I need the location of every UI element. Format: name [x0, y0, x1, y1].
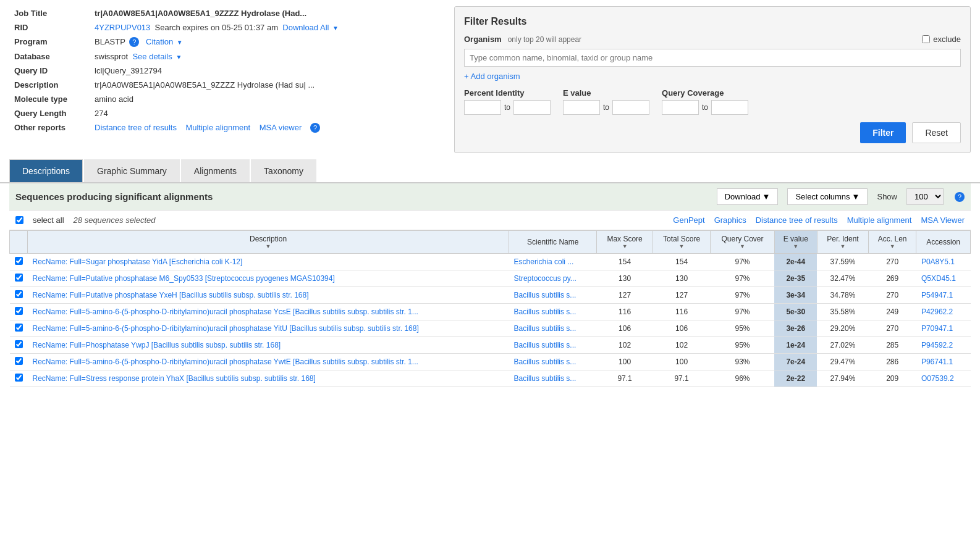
row-per-ident: 29.20%: [817, 320, 868, 337]
download-all-link[interactable]: Download All ▼: [282, 23, 339, 32]
th-scientific-name: Scientific Name: [509, 231, 597, 254]
row-checkbox-cell: [10, 320, 28, 337]
accession-link[interactable]: P0A8Y5.1: [921, 257, 955, 266]
description-link[interactable]: RecName: Full=Stress response protein Yh…: [33, 374, 316, 383]
row-description: RecName: Full=5-amino-6-(5-phospho-D-rib…: [28, 354, 509, 370]
description-link[interactable]: RecName: Full=Phosphatase YwpJ [Bacillus…: [33, 341, 281, 349]
row-e-value: 7e-24: [774, 354, 817, 370]
otherreports-help-icon[interactable]: ?: [310, 123, 320, 133]
distance-tree-link[interactable]: Distance tree of results: [95, 123, 177, 132]
download-button[interactable]: Download ▼: [717, 188, 779, 205]
row-checkbox-cell: [10, 270, 28, 287]
row-checkbox[interactable]: [15, 274, 23, 282]
graphics-link[interactable]: Graphics: [714, 215, 746, 225]
row-total-score: 100: [653, 354, 711, 370]
rid-link[interactable]: 4YZRPUPV013: [95, 23, 150, 32]
th-e-value: E value ▼: [774, 231, 817, 254]
select-columns-button[interactable]: Select columns ▼: [787, 188, 868, 205]
scientific-name-link[interactable]: Bacillus subtilis s...: [514, 324, 577, 333]
see-details-link[interactable]: See details ▼: [132, 52, 182, 61]
description-link[interactable]: RecName: Full=Sugar phosphatase YidA [Es…: [33, 257, 243, 266]
accession-link[interactable]: O07539.2: [921, 374, 954, 383]
accession-link[interactable]: Q5XD45.1: [921, 274, 956, 283]
row-max-score: 97.1: [597, 370, 653, 387]
tab-graphic-summary[interactable]: Graphic Summary: [84, 159, 180, 182]
accession-link[interactable]: P70947.1: [921, 324, 953, 333]
percent-identity-to-input[interactable]: [513, 100, 551, 115]
row-total-score: 127: [653, 287, 711, 304]
row-checkbox[interactable]: [15, 324, 23, 332]
scientific-name-link[interactable]: Bacillus subtilis s...: [514, 357, 577, 366]
description-link[interactable]: RecName: Full=5-amino-6-(5-phospho-D-rib…: [33, 324, 419, 333]
show-select[interactable]: 100 50 20 10: [906, 188, 944, 205]
row-checkbox[interactable]: [15, 290, 23, 298]
row-checkbox[interactable]: [15, 257, 23, 265]
accession-link[interactable]: P96741.1: [921, 357, 953, 366]
tab-descriptions[interactable]: Descriptions: [9, 159, 83, 182]
organism-input[interactable]: [464, 49, 961, 67]
tab-alignments[interactable]: Alignments: [181, 159, 250, 182]
row-checkbox[interactable]: [15, 357, 23, 365]
row-checkbox[interactable]: [15, 374, 23, 382]
row-checkbox-cell: [10, 354, 28, 370]
multiple-align-link[interactable]: Multiple alignment: [185, 123, 250, 132]
exclude-checkbox[interactable]: [922, 35, 930, 43]
scientific-name-link[interactable]: Bacillus subtilis s...: [514, 341, 577, 349]
row-checkbox-cell: [10, 370, 28, 387]
accession-link[interactable]: P94592.2: [921, 341, 953, 349]
tab-taxonomy[interactable]: Taxonomy: [251, 159, 316, 182]
evalue-from[interactable]: [563, 100, 600, 115]
otherreports-label: Other reports: [9, 120, 90, 135]
msa-viewer-action-link[interactable]: MSA Viewer: [921, 215, 965, 225]
max-score-sort-icon[interactable]: ▼: [622, 243, 628, 249]
row-checkbox[interactable]: [15, 340, 23, 348]
molecule-value: amino acid: [90, 92, 442, 106]
results-section: Sequences producing significant alignmen…: [9, 183, 971, 387]
scientific-name-link[interactable]: Bacillus subtilis s...: [514, 291, 577, 299]
query-cover-sort-icon[interactable]: ▼: [740, 243, 745, 249]
evalue-to-input[interactable]: [612, 100, 649, 115]
row-per-ident: 27.02%: [817, 337, 868, 354]
citation-link[interactable]: Citation ▼: [146, 37, 183, 46]
select-all-label: select all: [33, 215, 64, 225]
row-max-score: 102: [597, 337, 653, 354]
organism-note: only top 20 will appear: [508, 35, 581, 44]
program-help-icon[interactable]: ?: [129, 37, 139, 47]
scientific-name-link[interactable]: Bacillus subtilis s...: [514, 307, 577, 316]
description-link[interactable]: RecName: Full=5-amino-6-(5-phospho-D-rib…: [33, 307, 418, 316]
row-scientific-name: Bacillus subtilis s...: [509, 370, 597, 387]
description-link[interactable]: RecName: Full=Putative phosphatase YxeH …: [33, 291, 309, 299]
select-all-checkbox[interactable]: [15, 216, 23, 224]
table-row: RecName: Full=5-amino-6-(5-phospho-D-rib…: [10, 354, 971, 370]
acc-len-sort-icon[interactable]: ▼: [890, 243, 895, 249]
row-per-ident: 29.47%: [817, 354, 868, 370]
results-help-icon[interactable]: ?: [955, 192, 965, 202]
desc-sort-icon[interactable]: ▼: [266, 243, 271, 249]
filter-button[interactable]: Filter: [860, 122, 906, 143]
distance-tree-results-link[interactable]: Distance tree of results: [756, 215, 838, 225]
description-link[interactable]: RecName: Full=Putative phosphatase M6_Sp…: [33, 274, 335, 283]
accession-link[interactable]: P54947.1: [921, 291, 953, 299]
genpept-link[interactable]: GenPept: [673, 215, 704, 225]
accession-link[interactable]: P42962.2: [921, 307, 953, 316]
scientific-name-link[interactable]: Bacillus subtilis s...: [514, 374, 577, 383]
row-scientific-name: Bacillus subtilis s...: [509, 354, 597, 370]
scientific-name-link[interactable]: Streptococcus py...: [514, 274, 577, 283]
query-coverage-to-input[interactable]: [711, 100, 748, 115]
per-ident-sort-icon[interactable]: ▼: [840, 243, 846, 249]
row-query-cover: 93%: [711, 354, 774, 370]
row-description: RecName: Full=5-amino-6-(5-phospho-D-rib…: [28, 320, 509, 337]
row-acc-len: 270: [869, 287, 916, 304]
reset-button[interactable]: Reset: [912, 122, 961, 143]
row-checkbox[interactable]: [15, 307, 23, 315]
e-value-sort-icon[interactable]: ▼: [793, 243, 798, 249]
scientific-name-link[interactable]: Escherichia coli ...: [514, 257, 574, 266]
percent-identity-from[interactable]: [464, 100, 501, 115]
msa-viewer-link[interactable]: MSA viewer: [260, 123, 302, 132]
multiple-alignment-link[interactable]: Multiple alignment: [847, 215, 912, 225]
description-link[interactable]: RecName: Full=5-amino-6-(5-phospho-D-rib…: [33, 357, 418, 366]
add-organism-link[interactable]: + Add organism: [464, 72, 520, 81]
query-coverage-from[interactable]: [662, 100, 699, 115]
total-score-sort-icon[interactable]: ▼: [679, 243, 685, 249]
filter-panel: Filter Results Organism only top 20 will…: [454, 6, 971, 153]
